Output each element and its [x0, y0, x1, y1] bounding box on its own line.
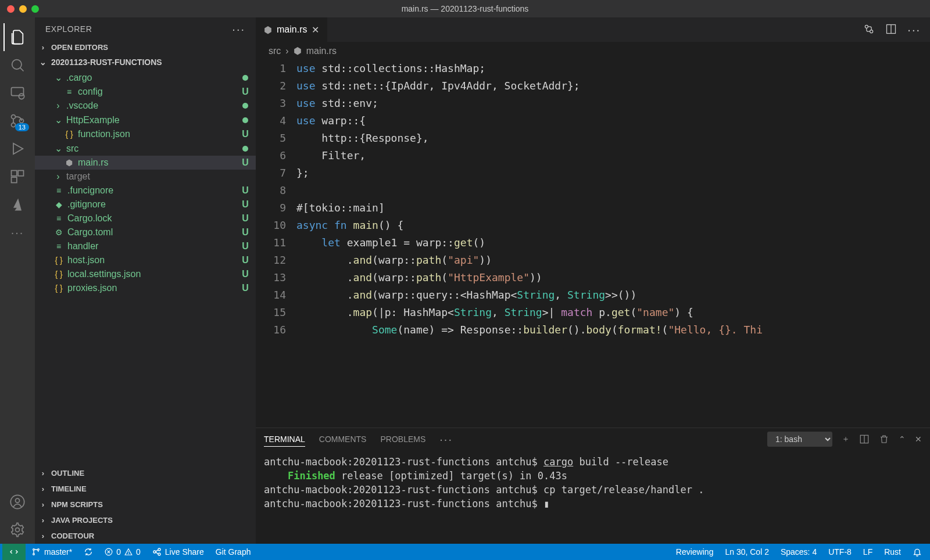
liveshare-label: Live Share	[165, 547, 204, 557]
gitgraph-button[interactable]: Git Graph	[210, 544, 257, 560]
folder--vscode[interactable]: ›.vscode	[35, 99, 256, 113]
source-control-activity[interactable]: 13	[3, 107, 31, 135]
file-Cargo-toml[interactable]: ⚙Cargo.tomlU	[35, 225, 256, 239]
svg-rect-2	[12, 88, 24, 96]
git-icon: ◆	[53, 200, 64, 209]
minimize-window-button[interactable]	[19, 5, 27, 13]
chevron-right-icon: ›	[38, 469, 48, 478]
eol-button[interactable]: LF	[857, 544, 878, 560]
tree-item-label: local.settings.json	[67, 269, 141, 279]
breadcrumb-folder[interactable]: src	[269, 46, 281, 56]
warnings-count: 0	[136, 547, 141, 557]
remote-button[interactable]	[2, 544, 26, 560]
section-npm-scripts[interactable]: ›NPM SCRIPTS	[35, 497, 256, 512]
open-editors-section[interactable]: › OPEN EDITORS	[35, 41, 256, 54]
svg-point-14	[865, 25, 868, 28]
file-handler[interactable]: ≡handlerU	[35, 239, 256, 253]
rust-icon: ⬢	[64, 158, 74, 167]
notifications-button[interactable]	[907, 544, 928, 560]
chevron-right-icon: ›	[285, 46, 288, 56]
git-status: U	[238, 157, 252, 168]
comments-tab[interactable]: COMMENTS	[319, 432, 367, 446]
editor-area: ⬢ main.rs ✕ ··· src › ⬢ main.rs 12345678…	[256, 17, 930, 544]
file-function-json[interactable]: { }function.jsonU	[35, 127, 256, 141]
chevron-down-icon: ⌄	[53, 143, 63, 154]
svg-rect-9	[18, 171, 23, 176]
maximize-panel-icon[interactable]: ⌃	[899, 435, 906, 444]
remote-explorer-activity[interactable]	[3, 79, 31, 107]
tree-item-label: Cargo.toml	[67, 227, 113, 238]
maximize-window-button[interactable]	[31, 5, 39, 13]
editor-tab-main-rs[interactable]: ⬢ main.rs ✕	[256, 17, 328, 42]
terminal-tab[interactable]: TERMINAL	[264, 432, 305, 447]
section-timeline[interactable]: ›TIMELINE	[35, 481, 256, 497]
breadcrumb[interactable]: src › ⬢ main.rs	[256, 42, 930, 60]
encoding-button[interactable]: UTF-8	[822, 544, 857, 560]
file--funcignore[interactable]: ≡.funcignoreU	[35, 184, 256, 198]
sync-button[interactable]	[78, 544, 99, 560]
git-status	[238, 143, 252, 154]
explorer-activity[interactable]	[3, 23, 31, 51]
git-status: U	[238, 129, 252, 139]
explorer-more-icon[interactable]: ···	[232, 23, 245, 36]
folder--cargo[interactable]: ⌄.cargo	[35, 70, 256, 85]
chevron-down-icon: ⌄	[38, 58, 48, 67]
close-window-button[interactable]	[7, 5, 15, 13]
file-tree: ⌄.cargo≡configU›.vscode⌄HttpExample{ }fu…	[35, 70, 256, 465]
accounts-activity[interactable]	[3, 488, 31, 516]
problems-button[interactable]: 0 0	[99, 544, 146, 560]
file-main-rs[interactable]: ⬢main.rsU	[35, 156, 256, 170]
file-Cargo-lock[interactable]: ≡Cargo.lockU	[35, 211, 256, 225]
indentation-button[interactable]: Spaces: 4	[775, 544, 822, 560]
section-codetour[interactable]: ›CODETOUR	[35, 528, 256, 544]
file-proxies-json[interactable]: { }proxies.jsonU	[35, 281, 256, 295]
git-branch-button[interactable]: master*	[26, 544, 78, 560]
folder-src[interactable]: ⌄src	[35, 141, 256, 156]
section-java-projects[interactable]: ›JAVA PROJECTS	[35, 512, 256, 528]
kill-terminal-icon[interactable]	[879, 434, 889, 444]
split-editor-icon[interactable]	[885, 23, 897, 37]
reviewing-status[interactable]: Reviewing	[670, 544, 720, 560]
editor-tabbar: ⬢ main.rs ✕ ···	[256, 17, 930, 42]
breadcrumb-file[interactable]: main.rs	[306, 46, 337, 56]
file-local-settings-json[interactable]: { }local.settings.jsonU	[35, 267, 256, 281]
liveshare-button[interactable]: Live Share	[146, 544, 210, 560]
problems-tab[interactable]: PROBLEMS	[380, 432, 425, 446]
workspace-section[interactable]: ⌄ 20201123-RUST-FUNCTIONS	[35, 54, 256, 70]
panel-more-icon[interactable]: ···	[439, 433, 453, 446]
svg-point-21	[33, 554, 35, 555]
new-terminal-icon[interactable]: ＋	[842, 434, 850, 444]
cursor-position[interactable]: Ln 30, Col 2	[719, 544, 775, 560]
compare-changes-icon[interactable]	[863, 23, 875, 37]
run-debug-activity[interactable]	[3, 135, 31, 163]
settings-activity[interactable]	[3, 516, 31, 544]
close-tab-icon[interactable]: ✕	[312, 24, 319, 35]
code-editor[interactable]: 12345678910111213141516 use std::collect…	[256, 60, 930, 428]
language-mode-button[interactable]: Rust	[878, 544, 907, 560]
svg-line-32	[156, 552, 158, 554]
terminal-output[interactable]: antchu-macbook:20201123-rust-functions a…	[256, 450, 930, 544]
tree-item-label: src	[66, 143, 78, 154]
editor-more-icon[interactable]: ···	[907, 23, 921, 37]
terminal-selector[interactable]: 1: bash	[767, 432, 832, 447]
file-host-json[interactable]: { }host.jsonU	[35, 253, 256, 267]
git-status: U	[238, 241, 252, 252]
folder-target[interactable]: ›target	[35, 170, 256, 184]
extensions-activity[interactable]	[3, 163, 31, 191]
tree-item-label: HttpExample	[66, 115, 120, 125]
section-outline[interactable]: ›OUTLINE	[35, 465, 256, 481]
svg-point-20	[33, 549, 35, 551]
azure-activity[interactable]	[3, 191, 31, 218]
git-status: U	[238, 87, 252, 97]
search-activity[interactable]	[3, 51, 31, 79]
more-activity[interactable]: ···	[3, 218, 31, 246]
json-icon: { }	[53, 256, 64, 265]
split-terminal-icon[interactable]	[859, 434, 870, 444]
folder-HttpExample[interactable]: ⌄HttpExample	[35, 113, 256, 127]
file-config[interactable]: ≡configU	[35, 85, 256, 99]
chevron-down-icon: ⌄	[53, 72, 63, 83]
file--gitignore[interactable]: ◆.gitignoreU	[35, 198, 256, 211]
close-panel-icon[interactable]: ✕	[915, 435, 922, 444]
chevron-down-icon: ⌄	[53, 114, 63, 125]
open-editors-label: OPEN EDITORS	[51, 43, 108, 52]
